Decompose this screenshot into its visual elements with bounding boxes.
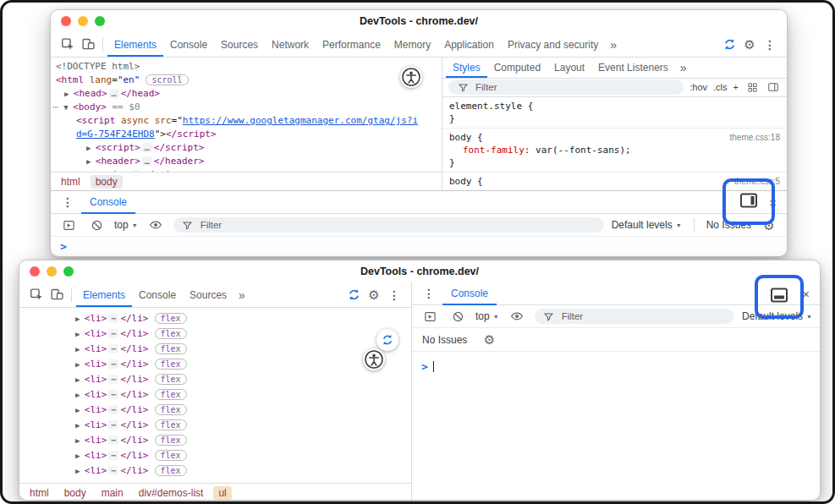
context-selector[interactable]: top ▼ [114, 219, 138, 231]
accessibility-icon[interactable] [363, 348, 385, 370]
dom-tree-line[interactable]: <!DOCTYPE html> [51, 60, 442, 74]
dom-tree-line[interactable]: ▶ <li>⋯</li>flex [19, 357, 411, 372]
dom-tree-line[interactable]: <script async src="https://www.googletag… [51, 114, 442, 128]
close-window-button[interactable] [61, 16, 71, 26]
more-styles-tabs-button[interactable]: » [675, 58, 692, 78]
tab-sources[interactable]: Sources [183, 282, 233, 307]
code-arrow[interactable]: ▶ [75, 391, 85, 399]
code-arrow[interactable]: ▶ [75, 315, 85, 323]
style-rule[interactable]: body {theme.css:18font-family: var(--fon… [442, 129, 787, 173]
toggle-element-state-button[interactable]: :hov [689, 82, 707, 92]
code-dots[interactable]: ⋯ [108, 359, 118, 369]
dom-tree-line[interactable]: ▶ <header>…</header> [51, 155, 442, 168]
style-rule[interactable]: element.style {} [442, 97, 787, 129]
code-dots[interactable]: ⋯ [108, 451, 118, 460]
dom-tree-line[interactable]: ▶ <script>…</script> [51, 141, 442, 155]
tab-computed[interactable]: Computed [487, 58, 547, 78]
breadcrumb-div#demos-list[interactable]: div#demos-list [134, 486, 209, 500]
tab-memory[interactable]: Memory [387, 32, 437, 57]
console-prompt-row[interactable]: > [51, 237, 787, 255]
breadcrumb-html[interactable]: html [56, 175, 85, 189]
breadcrumb-main[interactable]: main [96, 486, 129, 500]
console-sidebar-icon[interactable] [58, 215, 79, 235]
new-style-rule-button[interactable]: + [733, 82, 739, 92]
sync-icon[interactable] [343, 285, 364, 305]
kebab-menu-icon[interactable]: ⋮ [384, 285, 404, 305]
code-arrow[interactable]: ▶ [75, 436, 85, 445]
code-dots[interactable]: … [142, 143, 152, 152]
code-arrow[interactable]: ▶ [75, 330, 85, 338]
code-dots[interactable]: ⋯ [108, 344, 118, 353]
code-badge[interactable]: flex [155, 328, 187, 339]
code-dots[interactable]: ⋯ [108, 329, 118, 338]
tab-console[interactable]: Console [163, 32, 214, 57]
code-arrow[interactable]: ▶ [75, 452, 85, 460]
console-filter-input[interactable]: Filter [173, 217, 604, 233]
code-link[interactable]: d=G-754F24EHD8 [76, 129, 155, 140]
code-dots[interactable]: ⋯ [108, 420, 118, 430]
dom-tree-line[interactable]: ▶ <li>⋯</li>flex [19, 326, 411, 342]
clear-console-icon[interactable] [448, 306, 468, 326]
grid-swatches-icon[interactable] [744, 79, 760, 95]
more-tabs-button[interactable]: » [233, 282, 250, 307]
dom-tree-line[interactable]: ▶ <li>⋯</li>flex [19, 418, 411, 433]
live-expression-icon[interactable] [146, 215, 166, 235]
code-badge[interactable]: flex [155, 404, 187, 415]
css-selector[interactable]: body { [449, 131, 483, 144]
code-dots[interactable]: ⋯ [108, 314, 118, 323]
tab-elements[interactable]: Elements [107, 32, 163, 57]
code-badge[interactable]: flex [155, 450, 187, 461]
code-arrow[interactable]: ▶ [75, 467, 85, 475]
device-toolbar-icon[interactable] [78, 35, 98, 55]
issues-counter[interactable]: No Issues [422, 334, 467, 346]
console-sidebar-icon[interactable] [420, 306, 440, 326]
minimize-window-button[interactable] [47, 266, 57, 277]
kebab-menu-icon[interactable]: ⋮ [58, 192, 78, 212]
device-toolbar-icon[interactable] [47, 285, 67, 305]
styles-filter-input[interactable]: Filter [448, 79, 684, 95]
tab-performance[interactable]: Performance [316, 32, 387, 57]
console-filter-input[interactable]: Filter [535, 309, 734, 324]
code-badge[interactable]: flex [155, 465, 187, 476]
css-selector[interactable]: body { [449, 175, 483, 188]
dock-to-right-icon[interactable] [739, 192, 758, 212]
code-arrow[interactable]: ▶ [75, 375, 85, 384]
code-link[interactable]: https://www.googletagmanager.com/gtag/js… [183, 115, 418, 126]
gear-icon[interactable]: ⚙ [739, 35, 760, 55]
tab-console[interactable]: Console [442, 282, 497, 305]
code-dots[interactable]: ⋯ [108, 466, 118, 475]
accessibility-icon[interactable] [400, 66, 422, 88]
tab-privacy-and-security[interactable]: Privacy and security [501, 32, 605, 57]
tab-event-listeners[interactable]: Event Listeners [591, 58, 675, 78]
live-expression-icon[interactable] [507, 306, 527, 326]
tab-console-drawer[interactable]: Console [81, 191, 135, 214]
code-dots[interactable]: … [109, 89, 119, 98]
log-levels-selector[interactable]: Default levels ▼ [612, 219, 682, 231]
code-arrow[interactable]: ▶ [75, 345, 85, 353]
tab-sources[interactable]: Sources [214, 32, 265, 57]
breadcrumb-html[interactable]: html [25, 486, 54, 500]
sync-icon[interactable] [376, 329, 398, 351]
code-badge[interactable]: scroll [146, 74, 188, 85]
code-arrow[interactable]: ▶ [86, 157, 96, 166]
gear-icon[interactable]: ⚙ [364, 285, 384, 305]
close-window-button[interactable] [30, 266, 40, 277]
kebab-menu-icon[interactable]: ⋮ [419, 283, 439, 304]
dom-tree-line[interactable]: ▶ <li>⋯</li>flex [19, 311, 411, 326]
breadcrumb-ul[interactable]: ul [213, 486, 231, 500]
code-dots[interactable]: … [142, 156, 152, 166]
code-dots[interactable]: ⋯ [108, 375, 118, 384]
dom-tree-line[interactable]: ▶ <li>⋯</li>flex [19, 463, 411, 479]
context-selector[interactable]: top ▼ [475, 310, 499, 322]
code-arrow[interactable]: ▶ [75, 406, 85, 414]
code-badge[interactable]: flex [155, 374, 187, 385]
code-arrow[interactable]: ▼ [63, 103, 73, 112]
breadcrumb-body[interactable]: body [59, 486, 91, 500]
code-dots[interactable]: ⋯ [108, 436, 118, 445]
dom-tree-line[interactable]: ▶ <li>⋯</li>flex [19, 387, 411, 403]
tab-application[interactable]: Application [437, 32, 501, 57]
tab-elements[interactable]: Elements [76, 282, 132, 307]
dom-tree-line[interactable]: ▶ <li>⋯</li>flex [19, 372, 411, 387]
zoom-window-button[interactable] [63, 266, 74, 277]
clear-console-icon[interactable] [86, 215, 107, 235]
